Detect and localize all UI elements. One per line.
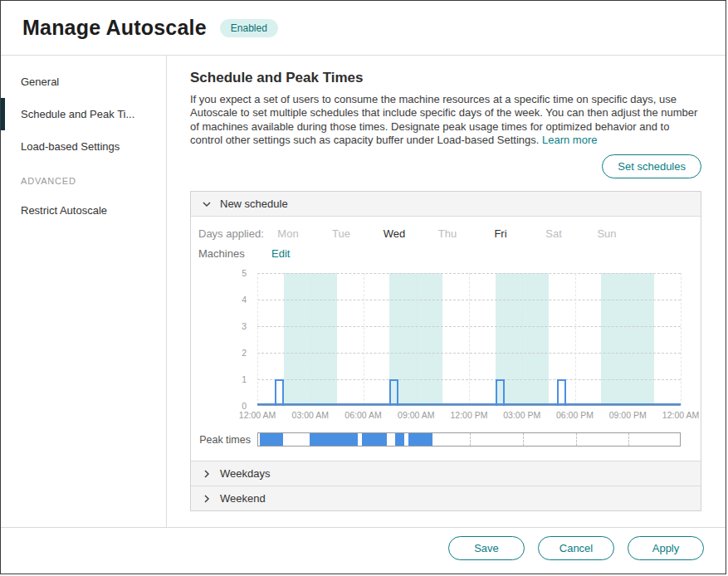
gridline-vertical (364, 273, 364, 405)
chevron-down-icon (202, 199, 212, 209)
peak-time-segment (362, 433, 387, 446)
peak-time-segment (260, 433, 283, 446)
accordion-header-weekdays[interactable]: Weekdays (191, 461, 701, 486)
y-tick-label: 3 (242, 321, 247, 331)
manage-autoscale-window: Manage Autoscale Enabled General Schedul… (0, 0, 726, 574)
peak-times-strip[interactable] (257, 432, 681, 447)
day-fri: Fri (474, 227, 527, 240)
chevron-right-icon (202, 469, 212, 479)
y-tick-label: 4 (242, 295, 247, 305)
chevron-right-icon (202, 494, 212, 504)
page-title: Manage Autoscale (22, 16, 207, 40)
machines-step-pulse (389, 379, 398, 406)
peak-strip-separator (576, 433, 577, 446)
chart-y-axis: 012345 (198, 273, 257, 406)
y-tick-label: 1 (242, 374, 247, 384)
apply-button[interactable]: Apply (628, 536, 704, 560)
y-tick-label: 5 (242, 268, 247, 278)
machines-step-pulse (496, 379, 505, 406)
weekend-title: Weekend (220, 492, 266, 505)
gridline-vertical (469, 273, 470, 405)
footer: Save Cancel Apply (1, 527, 726, 574)
machines-step-pulse (557, 379, 566, 406)
machines-step-baseline (257, 403, 681, 405)
weekdays-title: Weekdays (220, 467, 270, 480)
peak-strip-separator (628, 433, 629, 446)
sidebar-item-load-based-settings[interactable]: Load-based Settings (1, 130, 166, 163)
x-tick-label: 03:00 PM (496, 410, 549, 420)
sidebar-item-general[interactable]: General (1, 66, 166, 98)
gridline-vertical (575, 273, 576, 405)
x-tick-label: 09:00 PM (601, 410, 654, 420)
accordion-header-weekend[interactable]: Weekend (191, 486, 701, 510)
machines-label: Machines (198, 247, 245, 260)
gridline-vertical (628, 273, 628, 405)
day-thu: Thu (421, 227, 474, 240)
section-heading: Schedule and Peak Times (190, 70, 701, 86)
set-schedules-button[interactable]: Set schedules (602, 154, 701, 178)
gridline-vertical (681, 273, 682, 405)
gridline-vertical (310, 273, 311, 405)
x-tick-label: 09:00 AM (389, 410, 442, 420)
main-content: Schedule and Peak Times If you expect a … (167, 56, 726, 527)
chart-plot-area (257, 273, 681, 406)
peak-strip-separator (523, 433, 524, 446)
days-applied-label: Days applied: (198, 227, 264, 240)
chart-x-axis: 12:00 AM03:00 AM06:00 AM09:00 AM12:00 PM… (257, 410, 681, 423)
sidebar-item-restrict-autoscale[interactable]: Restrict Autoscale (1, 194, 166, 227)
peak-time-segment (310, 433, 358, 446)
sidebar-section-advanced: ADVANCED (1, 163, 166, 194)
description-text: If you expect a set of users to consume … (190, 93, 697, 146)
y-tick-label: 2 (242, 348, 247, 358)
new-schedule-title: New schedule (220, 198, 288, 210)
section-description: If you expect a set of users to consume … (190, 93, 701, 147)
day-mon: Mon (261, 227, 315, 240)
window-header: Manage Autoscale Enabled (1, 1, 726, 56)
x-tick-label: 12:00 AM (231, 410, 284, 420)
x-tick-label: 03:00 AM (284, 410, 337, 420)
schedules-accordion: New schedule Days applied: MonTueWedThuF… (190, 191, 701, 511)
days-applied: MonTueWedThuFriSatSun (257, 225, 681, 245)
x-tick-label: 06:00 PM (549, 410, 602, 420)
day-sun: Sun (580, 227, 633, 240)
learn-more-link[interactable]: Learn more (542, 134, 597, 146)
peak-times-label: Peak times (198, 434, 251, 446)
cancel-button[interactable]: Cancel (538, 536, 614, 560)
sidebar-item-schedule-and-peak-times[interactable]: Schedule and Peak Ti... (1, 98, 166, 130)
gridline-vertical (257, 273, 258, 405)
day-tue: Tue (315, 227, 368, 240)
new-schedule-panel: Days applied: MonTueWedThuFriSatSun Mach… (191, 217, 701, 461)
x-tick-label: 12:00 PM (442, 410, 496, 420)
day-sat: Sat (527, 227, 580, 240)
gridline-vertical (522, 273, 523, 405)
save-button[interactable]: Save (448, 536, 525, 560)
peak-time-segment (408, 433, 433, 446)
edit-machines-link[interactable]: Edit (271, 247, 290, 260)
sidebar: General Schedule and Peak Ti... Load-bas… (1, 56, 167, 527)
status-badge: Enabled (220, 19, 278, 37)
accordion-header-new-schedule[interactable]: New schedule (191, 192, 701, 217)
x-tick-label: 12:00 AM (654, 410, 707, 420)
x-tick-label: 06:00 AM (337, 410, 390, 420)
gridline-vertical (416, 273, 417, 405)
peak-time-segment (395, 433, 405, 446)
machines-step-pulse (275, 379, 284, 406)
peak-strip-separator (470, 433, 471, 446)
machines-chart: 012345 12:00 AM03:00 AM06:00 AM09:00 AM1… (198, 273, 676, 423)
day-wed: Wed (368, 227, 421, 240)
